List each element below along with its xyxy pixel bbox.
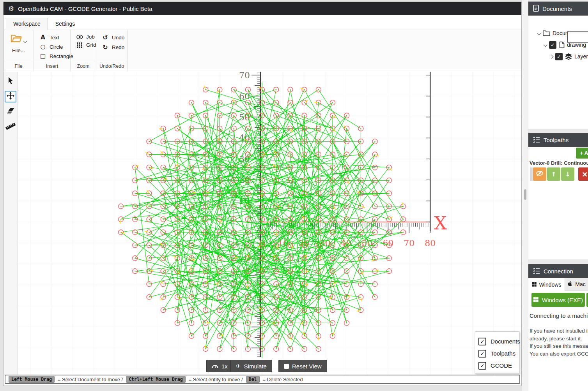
connection-heading: Connecting to a machine bbox=[530, 312, 588, 319]
tab-windows-label: Windows bbox=[539, 282, 561, 288]
ribbon-group-file: File... File bbox=[4, 30, 34, 71]
workspace-canvas[interactable]: 1020304050607001020304050607080X 1x ✈ Si… bbox=[18, 72, 521, 375]
kbd-del: Del bbox=[246, 376, 260, 383]
expander-right-icon[interactable] bbox=[550, 55, 554, 58]
redo-label: Redo bbox=[112, 44, 124, 50]
add-toolpath-button[interactable]: + A bbox=[576, 148, 588, 159]
insert-rectangle-label: Rectangle bbox=[50, 53, 73, 59]
reset-view-button[interactable]: Reset View bbox=[278, 360, 327, 372]
zoom-grid-button[interactable]: Grid bbox=[75, 41, 91, 49]
speedometer-icon bbox=[212, 363, 218, 370]
ribbon-group-label-insert: Insert bbox=[34, 62, 70, 71]
insert-rectangle-button[interactable]: □ Rectangle bbox=[39, 51, 66, 61]
tree-item-layer[interactable]: ✓ Layer bbox=[550, 51, 588, 62]
documents-visibility-row: ✓ Documents bbox=[478, 335, 519, 347]
toolpaths-panel-title: Toolpaths bbox=[544, 137, 569, 143]
eye-slash-icon bbox=[536, 170, 544, 178]
rectangle-icon: □ bbox=[39, 53, 46, 60]
connection-help-text: If you have not installed it ye already,… bbox=[530, 327, 588, 358]
left-tool-strip bbox=[4, 72, 18, 375]
connection-panel-title: Connection bbox=[544, 268, 573, 275]
tab-mac[interactable]: Mac bbox=[565, 278, 588, 290]
scrollbar-thumb[interactable] bbox=[524, 189, 526, 200]
move-toolpath-up-button[interactable]: ↑ bbox=[547, 167, 560, 181]
gcode-visibility-row: ✓ GCODE bbox=[478, 359, 519, 372]
documents-panel-header: Documents bbox=[528, 2, 588, 16]
status-text-3: = Delete Selected bbox=[263, 377, 303, 382]
gcode-checkbox-label: GCODE bbox=[491, 362, 512, 369]
toolpaths-checkbox[interactable]: ✓ bbox=[478, 350, 486, 358]
connection-help-line: already, please start it. bbox=[530, 335, 588, 343]
connection-help-line: You can also export GCODE bbox=[530, 350, 588, 358]
move-toolpath-down-button[interactable]: ↓ bbox=[561, 167, 574, 181]
hide-toolpath-button[interactable] bbox=[533, 167, 546, 181]
tree-label-layer: Layer bbox=[574, 53, 588, 60]
ribbon-group-insert: A Text ○ Circle □ Rectangle Insert bbox=[34, 30, 71, 71]
simulate-button[interactable]: ✈ Simulate bbox=[230, 360, 272, 372]
circle-icon: ○ bbox=[39, 43, 46, 50]
expander-down-icon[interactable] bbox=[544, 43, 547, 47]
move-icon bbox=[7, 92, 14, 101]
tab-mac-label: Mac bbox=[575, 281, 585, 287]
insert-text-label: Text bbox=[50, 35, 59, 41]
checklist-icon bbox=[533, 267, 540, 275]
zoom-job-label: Job bbox=[86, 34, 95, 40]
file-button[interactable]: File... bbox=[8, 33, 29, 61]
drawing-checkbox[interactable]: ✓ bbox=[549, 41, 556, 49]
download-windows-exe-label: Windows (EXE) bbox=[542, 297, 583, 303]
documents-checkbox[interactable]: ✓ bbox=[478, 338, 486, 345]
toolpaths-checkbox-label: Toolpaths bbox=[491, 350, 515, 357]
grid-icon bbox=[76, 42, 83, 48]
undo-button[interactable]: ↺ Undo bbox=[101, 33, 122, 42]
ribbon-group-label-undo: Undo/Redo bbox=[96, 62, 127, 71]
insert-circle-button[interactable]: ○ Circle bbox=[39, 42, 66, 51]
edge-cut-button[interactable] bbox=[586, 293, 588, 307]
documents-panel-title: Documents bbox=[542, 5, 572, 12]
kbd-ctrl-left-mouse-drag: Ctrl+Left Mouse Drag bbox=[126, 376, 185, 383]
document-icon bbox=[533, 5, 539, 13]
eraser-tool-button[interactable] bbox=[5, 106, 16, 118]
toolpaths-panel-header: Toolpaths bbox=[528, 133, 588, 147]
move-tool-button[interactable] bbox=[5, 91, 16, 102]
reset-view-label: Reset View bbox=[292, 363, 322, 370]
playback-speed-label: 1x bbox=[221, 363, 228, 370]
gcode-checkbox[interactable]: ✓ bbox=[478, 362, 486, 370]
undo-label: Undo bbox=[112, 35, 124, 41]
insert-text-button[interactable]: A Text bbox=[39, 33, 66, 42]
status-bar: Left Mouse Drag = Select Document to mov… bbox=[5, 375, 520, 384]
tab-settings[interactable]: Settings bbox=[48, 18, 83, 30]
connection-os-tabs: Windows Mac bbox=[528, 278, 588, 291]
pointer-tool-button[interactable] bbox=[5, 76, 16, 87]
svg-text:80: 80 bbox=[425, 238, 436, 248]
playback-speed-button[interactable]: 1x bbox=[206, 360, 233, 372]
folder-icon bbox=[543, 30, 550, 36]
status-text-2: = Select entity to move / bbox=[189, 377, 243, 382]
layer-checkbox[interactable]: ✓ bbox=[555, 53, 563, 60]
download-windows-exe-button[interactable]: Windows (EXE) bbox=[531, 293, 585, 307]
app-window: ⚙ OpenBuilds CAM - GCODE Generator - Pub… bbox=[3, 2, 522, 386]
layers-icon bbox=[565, 53, 572, 60]
cut-off-control[interactable] bbox=[567, 31, 588, 43]
checklist-icon bbox=[533, 136, 540, 144]
svg-text:60: 60 bbox=[383, 238, 393, 248]
toolpath-drag-handle[interactable] bbox=[530, 167, 533, 181]
zoom-grid-label: Grid bbox=[86, 42, 96, 48]
ruler-tool-button[interactable] bbox=[5, 121, 16, 133]
redo-icon: ↻ bbox=[102, 44, 109, 51]
square-icon bbox=[284, 364, 289, 369]
tab-workspace[interactable]: Workspace bbox=[6, 18, 48, 30]
file-button-label: File... bbox=[12, 48, 25, 53]
zoom-job-button[interactable]: Job bbox=[75, 33, 91, 41]
connection-help-line: If you still see this message, bbox=[530, 342, 588, 350]
expander-down-icon[interactable] bbox=[537, 31, 541, 35]
apple-logo-icon bbox=[567, 281, 572, 288]
redo-button[interactable]: ↻ Redo bbox=[101, 42, 122, 52]
kbd-left-mouse-drag: Left Mouse Drag bbox=[9, 376, 55, 383]
page-scrollbar[interactable] bbox=[522, 0, 528, 391]
ribbon-group-undo: ↺ Undo ↻ Redo Undo/Redo bbox=[96, 30, 128, 71]
layer-visibility-panel: ✓ Documents ✓ Toolpaths ✓ GCODE bbox=[475, 331, 519, 374]
eye-icon bbox=[76, 35, 83, 39]
tab-windows[interactable]: Windows bbox=[528, 278, 565, 291]
tab-strip: Workspace Settings bbox=[4, 15, 521, 30]
delete-toolpath-button[interactable]: × bbox=[578, 167, 588, 181]
